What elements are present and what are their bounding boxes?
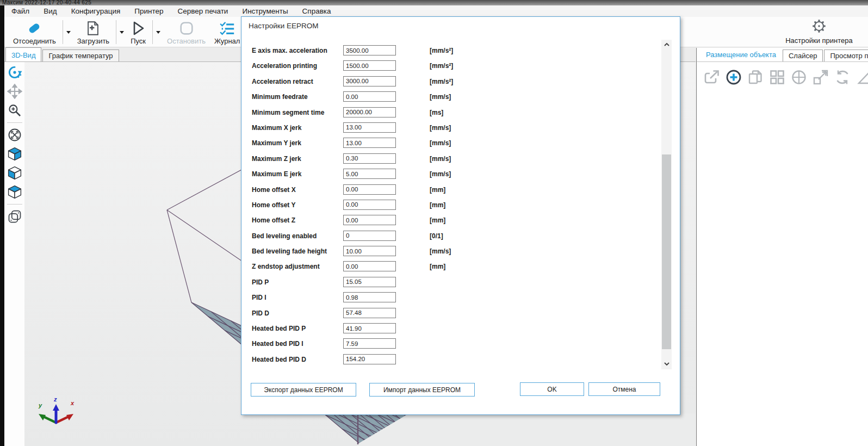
center-object-button[interactable]: [790, 69, 808, 86]
fit-view-tool[interactable]: [7, 122, 22, 143]
tab-object-placement[interactable]: Размещение объекта: [700, 48, 782, 61]
dialog-title: Настройки EEPROM: [249, 22, 318, 30]
eeprom-field-input[interactable]: [343, 138, 396, 148]
eeprom-field-input[interactable]: [343, 323, 396, 333]
dialog-scrollbar[interactable]: [661, 40, 672, 369]
menu-item-printer[interactable]: Принтер: [127, 6, 170, 16]
menu-item-configuration[interactable]: Конфигурация: [64, 6, 128, 16]
eeprom-field-unit: [mm/s²]: [430, 60, 453, 70]
toolbar-button[interactable]: Остановить: [163, 18, 210, 45]
move-view-tool[interactable]: [7, 84, 22, 99]
menu-item-view[interactable]: Вид: [36, 6, 64, 16]
tab-3d-view[interactable]: 3D-Вид: [5, 47, 41, 61]
import-eeprom-button[interactable]: Импорт данных EEPROM: [369, 383, 475, 397]
stop-button[interactable]: Остановить: [163, 18, 210, 45]
eeprom-field-input[interactable]: [343, 231, 396, 241]
eeprom-field-input[interactable]: [343, 169, 396, 179]
arrange-objects-button[interactable]: [768, 69, 786, 86]
rotate-view-tool[interactable]: [7, 65, 22, 80]
eeprom-field-input[interactable]: [343, 308, 396, 318]
minimum-segment-time: Minimum segment time [ms]: [252, 107, 453, 122]
add-object-button[interactable]: [725, 69, 742, 86]
printer-settings-button[interactable]: Настройки принтера: [772, 18, 866, 45]
rotate-object-button[interactable]: [834, 69, 851, 86]
home-offset-x: Home offset X [mm]: [252, 184, 453, 200]
eeprom-field-input[interactable]: [343, 107, 396, 117]
copy-object-button[interactable]: [747, 69, 764, 86]
toolbar-button[interactable]: Загрузить: [73, 18, 114, 45]
menu-bar: ФайлВидКонфигурацияПринтерСервер печатиИ…: [4, 5, 868, 17]
log-icon: [219, 19, 235, 37]
toolbar-button[interactable]: Журнал: [210, 18, 244, 45]
object-toolbar: [697, 62, 868, 91]
load-button[interactable]: Загрузить: [73, 18, 126, 45]
z-endstop-adjustment: Z endstop adjustment [mm]: [252, 261, 453, 276]
eeprom-field-label: Heated bed PID D: [252, 354, 343, 363]
tab-slicer[interactable]: Слайсер: [783, 49, 823, 61]
menu-item-file[interactable]: Файл: [4, 6, 36, 16]
iso-view-tool[interactable]: [7, 146, 22, 162]
eeprom-dialog: Настройки EEPROM E axis max. acceleratio…: [241, 16, 680, 415]
toolbar-button[interactable]: Отсоединить: [9, 18, 60, 45]
eeprom-field-label: Home offset Z: [252, 215, 343, 224]
toolbar-button[interactable]: Пуск: [126, 18, 150, 45]
eeprom-field-input[interactable]: [343, 153, 396, 164]
start-button[interactable]: Пуск: [126, 18, 163, 45]
dropdown-arrow-icon[interactable]: [156, 31, 160, 36]
menu-item-tools[interactable]: Инструменты: [235, 6, 295, 16]
menu-item-print-server[interactable]: Сервер печати: [171, 6, 235, 16]
log-button[interactable]: Журнал: [210, 18, 244, 45]
eeprom-field-label: Maximum Z jerk: [252, 153, 343, 163]
eeprom-field-input[interactable]: [343, 60, 396, 71]
eeprom-field-input[interactable]: [343, 76, 396, 86]
scrollbar-down-button[interactable]: [661, 359, 672, 369]
eeprom-field-input[interactable]: [343, 215, 396, 225]
dropdown-arrow-icon[interactable]: [66, 31, 71, 36]
eeprom-field-input[interactable]: [343, 91, 396, 102]
mirror-object-button[interactable]: [855, 69, 868, 86]
axis-label-z: z: [53, 396, 57, 402]
tab-print-preview[interactable]: Просмотр печ: [824, 49, 868, 61]
eeprom-field-input[interactable]: [343, 246, 396, 256]
tab-temperature-graph[interactable]: График температур: [42, 49, 119, 61]
minimum-feedrate: Minimum feedrate [mm/s]: [252, 91, 453, 107]
right-tab-strip: Размещение объектаСлайсерПросмотр печ: [697, 48, 868, 62]
top-view-tool[interactable]: [7, 184, 22, 200]
toolbar-button-label: Остановить: [167, 37, 206, 45]
scrollbar-up-button[interactable]: [661, 40, 672, 50]
parallel-projection-tool[interactable]: [7, 204, 22, 224]
eeprom-field-input[interactable]: [343, 338, 396, 349]
eeprom-field-unit: [0/1]: [430, 231, 443, 240]
eeprom-field-label: Maximum Y jerk: [252, 138, 343, 147]
dropdown-arrow-icon[interactable]: [120, 31, 124, 36]
start-icon: [131, 19, 145, 37]
eeprom-field-input[interactable]: [343, 45, 396, 55]
menu-item-help[interactable]: Справка: [295, 6, 338, 16]
export-eeprom-button[interactable]: Экспорт данных EEPROM: [251, 383, 356, 397]
eeprom-field-input[interactable]: [343, 277, 396, 287]
ok-button[interactable]: OK: [520, 382, 584, 396]
acceleration-printing: Acceleration printing [mm/s²]: [252, 60, 453, 76]
scale-object-button[interactable]: [812, 69, 829, 86]
eeprom-field-input[interactable]: [343, 184, 396, 195]
eeprom-field-input[interactable]: [343, 354, 396, 364]
eeprom-field-label: Acceleration retract: [252, 76, 343, 85]
eeprom-field-label: Heated bed PID P: [252, 323, 343, 332]
eeprom-field-label: Minimum feedrate: [252, 91, 343, 101]
window-titlebar: Максим 2022-12-17 20-40-44 625: [0, 0, 868, 5]
zoom-view-tool[interactable]: [7, 103, 22, 118]
eeprom-field-input[interactable]: [343, 122, 396, 133]
eeprom-field-input[interactable]: [343, 292, 396, 302]
eeprom-field-label: Bed leveling enabled: [252, 231, 343, 240]
scrollbar-thumb[interactable]: [662, 154, 671, 349]
eeprom-field-unit: [mm/s]: [430, 122, 451, 132]
eeprom-fields: E axis max. acceleration [mm/s²] Acceler…: [252, 45, 453, 369]
eeprom-field-label: Bed leveling fade height: [252, 246, 343, 255]
cancel-button[interactable]: Отмена: [588, 382, 660, 396]
front-view-tool[interactable]: [7, 165, 22, 181]
eeprom-field-input[interactable]: [343, 200, 396, 210]
eeprom-field-label: E axis max. acceleration: [252, 45, 343, 54]
eeprom-field-input[interactable]: [343, 261, 396, 271]
disconnect-button[interactable]: Отсоединить: [9, 18, 73, 45]
export-object-button[interactable]: [703, 69, 721, 86]
